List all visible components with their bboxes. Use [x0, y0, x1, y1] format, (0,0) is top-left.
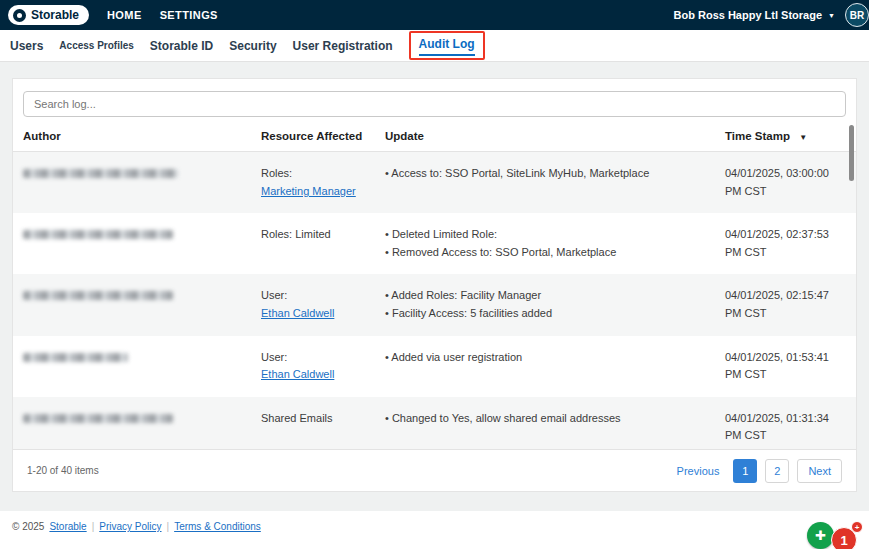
resource-label: User:: [261, 287, 365, 305]
next-page-button[interactable]: Next: [797, 459, 842, 483]
update-cell: • Added Roles: Facility Manager • Facili…: [375, 287, 665, 322]
pagination-controls: Previous 1 2 Next: [671, 459, 842, 483]
resource-label: User:: [261, 349, 365, 367]
footer-separator: |: [92, 521, 95, 532]
brand-name: Storable: [31, 8, 79, 22]
resource-cell: User: Ethan Caldwell: [251, 349, 375, 384]
settings-tabbar: Users Access Profiles Storable ID Securi…: [0, 30, 869, 62]
footer-separator: |: [167, 521, 170, 532]
author-redacted: [23, 169, 178, 178]
resource-label: Shared Emails: [261, 410, 365, 428]
top-navbar: Storable HOME SETTINGS Bob Ross Happy Lt…: [0, 0, 869, 30]
timestamp-cell: 04/01/2025, 02:15:47 PM CST: [715, 287, 856, 322]
update-cell: • Changed to Yes, allow shared email add…: [375, 410, 665, 445]
update-cell: • Added via user registration: [375, 349, 665, 384]
tab-audit-log[interactable]: Audit Log: [409, 31, 485, 60]
update-cell: • Access to: SSO Portal, SiteLink MyHub,…: [375, 165, 665, 200]
timestamp-cell: 04/01/2025, 02:37:53 PM CST: [715, 226, 856, 261]
nav-item-home[interactable]: HOME: [107, 9, 142, 21]
page-1-button[interactable]: 1: [733, 459, 757, 483]
table-row: User: Ethan Caldwell • Added Roles: Faci…: [13, 274, 856, 335]
update-item: • Added via user registration: [385, 349, 655, 367]
search-bar: [13, 79, 856, 125]
column-header-timestamp[interactable]: Time Stamp ▼: [715, 125, 856, 151]
copyright-text: © 2025: [12, 521, 44, 532]
table-body: Roles: Marketing Manager • Access to: SS…: [13, 152, 856, 449]
audit-log-card: Author Resource Affected Update Time Sta…: [12, 78, 857, 492]
author-cell: [13, 410, 251, 445]
previous-page-button[interactable]: Previous: [671, 461, 726, 481]
account-name: Bob Ross Happy Ltl Storage: [674, 9, 823, 21]
column-header-timestamp-label: Time Stamp: [725, 130, 790, 142]
storable-logo-icon: [13, 9, 26, 22]
help-widget-icon[interactable]: ✚: [807, 522, 834, 549]
timestamp-cell: 04/01/2025, 03:00:00 PM CST: [715, 165, 856, 200]
author-redacted: [23, 291, 173, 300]
update-item: • Added Roles: Facility Manager: [385, 287, 655, 305]
footer-link-privacy[interactable]: Privacy Policy: [99, 521, 161, 532]
resource-link[interactable]: Ethan Caldwell: [261, 368, 334, 380]
table-row: User: Ethan Caldwell • Added via user re…: [13, 336, 856, 397]
tab-storable-id[interactable]: Storable ID: [150, 39, 213, 53]
update-item: • Changed to Yes, allow shared email add…: [385, 410, 655, 428]
resource-cell: User: Ethan Caldwell: [251, 287, 375, 322]
author-redacted: [23, 414, 173, 423]
tab-user-registration[interactable]: User Registration: [293, 39, 393, 53]
update-cell: • Deleted Limited Role: • Removed Access…: [375, 226, 665, 261]
resource-cell: Shared Emails: [251, 410, 375, 445]
resource-cell: Roles: Limited: [251, 226, 375, 261]
resource-label: Roles:: [261, 165, 365, 183]
sort-desc-icon: ▼: [799, 133, 807, 142]
nav-item-settings[interactable]: SETTINGS: [160, 9, 218, 21]
tab-access-profiles[interactable]: Access Profiles: [59, 40, 134, 51]
vertical-scrollbar[interactable]: [849, 125, 854, 181]
avatar[interactable]: BR: [845, 3, 869, 27]
chevron-down-icon: ▼: [828, 12, 835, 19]
resource-cell: Roles: Marketing Manager: [251, 165, 375, 200]
footer-link-storable[interactable]: Storable: [49, 521, 86, 532]
table-row: Roles: Limited • Deleted Limited Role: •…: [13, 213, 856, 274]
pagination-summary: 1-20 of 40 items: [27, 465, 99, 476]
search-input[interactable]: [23, 91, 846, 117]
page-2-button[interactable]: 2: [765, 459, 789, 483]
author-cell: [13, 226, 251, 261]
resource-link[interactable]: Ethan Caldwell: [261, 307, 334, 319]
floating-widget: ✚ 1 +: [807, 521, 869, 549]
author-cell: [13, 165, 251, 200]
author-cell: [13, 349, 251, 384]
tab-users[interactable]: Users: [10, 39, 43, 53]
author-redacted: [23, 230, 173, 239]
update-item: • Access to: SSO Portal, SiteLink MyHub,…: [385, 165, 655, 183]
resource-link[interactable]: Marketing Manager: [261, 185, 356, 197]
column-header-update: Update: [375, 125, 715, 151]
table-header: Author Resource Affected Update Time Sta…: [13, 125, 856, 152]
update-item: • Removed Access to: SSO Portal, Marketp…: [385, 244, 655, 262]
main-content: Author Resource Affected Update Time Sta…: [0, 62, 869, 511]
timestamp-cell: 04/01/2025, 01:31:34 PM CST: [715, 410, 856, 445]
notification-plus-badge: +: [851, 521, 863, 533]
resource-label: Roles: Limited: [261, 226, 365, 244]
author-cell: [13, 287, 251, 322]
update-item: • Deleted Limited Role:: [385, 226, 655, 244]
table-row: Roles: Marketing Manager • Access to: SS…: [13, 152, 856, 213]
column-header-author: Author: [13, 125, 251, 151]
column-header-resource: Resource Affected: [251, 125, 375, 151]
footer-link-terms[interactable]: Terms & Conditions: [174, 521, 261, 532]
pagination-bar: 1-20 of 40 items Previous 1 2 Next: [13, 449, 856, 491]
timestamp-cell: 04/01/2025, 01:53:41 PM CST: [715, 349, 856, 384]
account-menu[interactable]: Bob Ross Happy Ltl Storage ▼: [674, 9, 835, 21]
tab-security[interactable]: Security: [229, 39, 276, 53]
table-row: Shared Emails • Changed to Yes, allow sh…: [13, 397, 856, 449]
author-redacted: [23, 353, 128, 362]
storable-logo[interactable]: Storable: [8, 5, 89, 25]
update-item: • Facility Access: 5 facilities added: [385, 305, 655, 323]
page-footer: © 2025 Storable | Privacy Policy | Terms…: [0, 511, 869, 549]
